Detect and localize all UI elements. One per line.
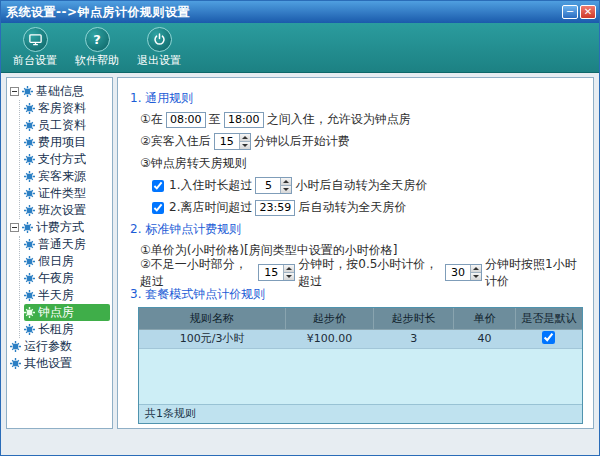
spinner-down-icon[interactable]	[283, 272, 294, 280]
spinner-buttons	[470, 265, 481, 280]
window-controls: ─ ✕	[562, 5, 596, 19]
spinner-up-icon[interactable]	[283, 265, 294, 272]
section2-title: 2. 标准钟点计费规则	[130, 221, 587, 238]
rule-text: 小时后自动转为全天房价	[295, 177, 427, 194]
gear-icon	[24, 171, 35, 182]
rule-billing-start: ②宾客入住后 分钟以后开始计费	[140, 132, 587, 151]
sidebar-item-basic-info[interactable]: 基础信息	[10, 83, 110, 100]
sidebar-item-room-data[interactable]: 客房资料	[24, 100, 110, 117]
table-footer: 共1条规则	[139, 404, 582, 423]
rule-convert-by-hours: 1.入住时长超过 小时后自动转为全天房价	[152, 176, 587, 195]
rule-text: 之间入住，允许设为钟点房	[267, 111, 411, 128]
half-hour-minutes-stepper[interactable]	[258, 264, 295, 281]
rule-text: 分钟时，按0.5小时计价，超过	[298, 256, 442, 290]
package-rules-table-container: 规则名称 起步价 起步时长 单价 是否是默认 100元/3小时 ¥100.00 …	[138, 307, 583, 424]
checkin-start-input[interactable]	[166, 112, 206, 128]
gear-icon	[22, 86, 33, 97]
col-header-rule-name[interactable]: 规则名称	[139, 308, 285, 329]
billing-start-minutes-input[interactable]	[215, 134, 239, 149]
exit-settings-button[interactable]: 退出设置	[131, 27, 187, 68]
sidebar-item-fee-items[interactable]: 费用项目	[24, 134, 110, 151]
frontdesk-settings-button[interactable]: 前台设置	[7, 27, 63, 68]
half-hour-minutes-input[interactable]	[259, 265, 283, 280]
gear-icon	[10, 341, 21, 352]
billing-start-minutes-stepper[interactable]	[214, 133, 251, 150]
sidebar-item-holiday-room[interactable]: 假日房	[24, 253, 110, 270]
software-help-button[interactable]: ? 软件帮助	[69, 27, 125, 68]
rule-text: 至	[209, 111, 221, 128]
col-header-is-default[interactable]: 是否是默认	[516, 308, 582, 329]
cell-unit-price: 40	[454, 329, 516, 348]
cell-base-duration: 3	[374, 329, 454, 348]
rule-checkin-window: ①在 至 之间入住，允许设为钟点房	[140, 110, 587, 129]
checkin-end-input[interactable]	[224, 112, 264, 128]
sidebar-item-run-params[interactable]: 运行参数	[10, 338, 110, 355]
collapse-icon[interactable]	[10, 223, 19, 232]
sidebar-item-hourly-room[interactable]: 钟点房	[24, 304, 110, 321]
gear-icon	[24, 307, 35, 318]
rule-convert-title: ③钟点房转天房规则	[140, 154, 587, 173]
sidebar-item-billing-methods[interactable]: 计费方式	[10, 219, 110, 236]
rules-panel: 1. 通用规则 ①在 至 之间入住，允许设为钟点房 ②宾客入住后 分钟以后开始计…	[117, 77, 594, 429]
billing-methods-children: 普通天房 假日房 午夜房 半天房 钟点房	[19, 236, 110, 338]
rule-text: ①在	[140, 111, 163, 128]
close-button[interactable]: ✕	[580, 5, 596, 19]
gear-icon	[24, 137, 35, 148]
spinner-up-icon[interactable]	[280, 178, 291, 185]
col-header-base-duration[interactable]: 起步时长	[374, 308, 454, 329]
title-bar: 系统设置-->钟点房计价规则设置 ─ ✕	[1, 1, 599, 23]
sidebar-item-shift-settings[interactable]: 班次设置	[24, 202, 110, 219]
gear-icon	[22, 222, 33, 233]
col-header-unit-price[interactable]: 单价	[454, 308, 516, 329]
sidebar-item-guest-source[interactable]: 宾客来源	[24, 168, 110, 185]
col-header-base-price[interactable]: 起步价	[285, 308, 374, 329]
default-checkbox[interactable]	[542, 331, 555, 344]
gear-icon	[24, 239, 35, 250]
sidebar-item-normal-day-room[interactable]: 普通天房	[24, 236, 110, 253]
full-hour-minutes-input[interactable]	[446, 265, 470, 280]
gear-icon	[24, 324, 35, 335]
sidebar-item-other-settings[interactable]: 其他设置	[10, 355, 110, 372]
convert-time-input[interactable]	[255, 200, 295, 216]
rule-text: 2.离店时间超过	[169, 199, 252, 216]
table-row[interactable]: 100元/3小时 ¥100.00 3 40	[139, 329, 582, 348]
tool-label: 退出设置	[137, 53, 181, 68]
convert-hours-input[interactable]	[256, 178, 280, 193]
gear-icon	[24, 205, 35, 216]
sidebar-item-long-rent-room[interactable]: 长租房	[24, 321, 110, 338]
tool-label: 软件帮助	[75, 53, 119, 68]
spinner-buttons	[283, 265, 294, 280]
sidebar-item-payment-methods[interactable]: 支付方式	[24, 151, 110, 168]
gear-icon	[24, 273, 35, 284]
spinner-up-icon[interactable]	[239, 134, 250, 141]
toolbar: 前台设置 ? 软件帮助 退出设置	[1, 23, 599, 73]
convert-hours-stepper[interactable]	[255, 177, 292, 194]
sidebar-item-half-day-room[interactable]: 半天房	[24, 287, 110, 304]
sidebar-item-staff-data[interactable]: 员工资料	[24, 117, 110, 134]
sidebar-item-midnight-room[interactable]: 午夜房	[24, 270, 110, 287]
rule-text: 1.入住时长超过	[169, 177, 252, 194]
minimize-button[interactable]: ─	[562, 5, 578, 19]
rule-text: 分钟时按照1小时计价	[485, 256, 587, 290]
table-header-row: 规则名称 起步价 起步时长 单价 是否是默认	[139, 308, 582, 329]
convert-by-time-checkbox[interactable]	[152, 202, 164, 214]
rule-count-label: 共1条规则	[145, 406, 196, 421]
rule-text: 后自动转为全天房价	[298, 199, 406, 216]
gear-icon	[24, 256, 35, 267]
spinner-buttons	[239, 134, 250, 149]
window-title: 系统设置-->钟点房计价规则设置	[6, 4, 190, 21]
sidebar-item-id-type[interactable]: 证件类型	[24, 185, 110, 202]
collapse-icon[interactable]	[10, 87, 19, 96]
spinner-down-icon[interactable]	[280, 185, 291, 193]
gear-icon	[24, 103, 35, 114]
convert-by-hours-checkbox[interactable]	[152, 180, 164, 192]
spinner-down-icon[interactable]	[239, 141, 250, 149]
gear-icon	[10, 358, 21, 369]
rule-text: ②宾客入住后	[140, 133, 211, 150]
gear-icon	[24, 188, 35, 199]
full-hour-minutes-stepper[interactable]	[445, 264, 482, 281]
spinner-down-icon[interactable]	[470, 272, 481, 280]
gear-icon	[24, 120, 35, 131]
cell-base-price: ¥100.00	[285, 329, 374, 348]
spinner-up-icon[interactable]	[470, 265, 481, 272]
